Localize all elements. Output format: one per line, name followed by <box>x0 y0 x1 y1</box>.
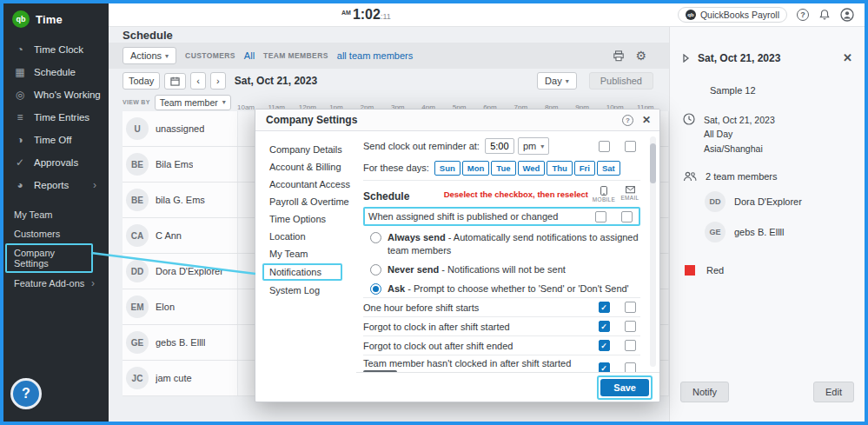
published-button[interactable]: Published <box>589 72 653 90</box>
avatar: U <box>126 117 149 140</box>
expand-panel-icon[interactable] <box>682 54 690 63</box>
notifications-bell-icon[interactable] <box>818 9 831 21</box>
modal-nav-item[interactable]: Location <box>266 229 356 244</box>
mobile-checkbox[interactable] <box>599 321 610 332</box>
sidebar-link[interactable]: Company Settings <box>5 243 93 273</box>
modal-nav-item[interactable]: Notifications <box>262 263 342 281</box>
topbar: AM 1:02 :11 qb QuickBooks Payroll ? <box>109 3 865 27</box>
member-name-cell[interactable]: CA C Ann <box>123 218 237 254</box>
email-checkbox[interactable] <box>621 211 633 222</box>
modal-nav-item[interactable]: Payroll & Overtime <box>266 194 356 209</box>
clock-icon <box>683 113 695 156</box>
sidebar-item[interactable]: ≡ Time Entries <box>3 106 109 129</box>
day-toggle-button[interactable]: Sat <box>597 161 620 176</box>
shift-time-info: Sat, Oct 21, 2023 All Day Asia/Shanghai <box>683 113 854 156</box>
setting-label: One hour before shift starts <box>363 302 479 313</box>
mobile-checkbox[interactable] <box>599 340 610 351</box>
time-off-icon: ◑ <box>14 134 26 146</box>
view-by-dropdown[interactable]: Team member ▾ <box>155 95 231 110</box>
member-name-cell[interactable]: GE gebs B. Ellll <box>123 325 237 361</box>
avatar: JC <box>126 367 149 389</box>
modal-title: Company Settings <box>266 114 622 126</box>
member-name-cell[interactable]: U unassigned <box>123 111 237 147</box>
sidebar-item[interactable]: ◎ Who's Working <box>3 83 109 106</box>
sidebar-item[interactable]: ◑ Time Off <box>3 129 109 151</box>
sidebar-link-label: Customers <box>14 229 60 239</box>
mobile-phone-icon <box>600 186 607 196</box>
sidebar: qb Time ◔ Time Clock ▦ Schedule ◎ Wh <box>3 3 109 422</box>
sidebar-item[interactable]: ◔ Time Clock <box>3 38 109 61</box>
avatar: BE <box>126 153 149 176</box>
modal-nav-item[interactable]: Company Details <box>266 142 356 157</box>
sidebar-item[interactable]: ◕ Reports › <box>3 174 109 196</box>
edit-button[interactable]: Edit <box>813 382 854 402</box>
day-toggle-button[interactable]: Mon <box>462 161 490 176</box>
modal-nav-item[interactable]: Account & Billing <box>266 159 356 175</box>
sidebar-link-label: My Team <box>14 209 52 220</box>
email-checkbox[interactable] <box>625 340 636 351</box>
mobile-checkbox[interactable] <box>599 302 610 313</box>
help-bubble-button[interactable]: ? <box>10 378 42 409</box>
member-name-cell[interactable]: BE Bila Ems <box>123 147 237 183</box>
print-icon[interactable] <box>613 50 625 62</box>
modal-nav-item[interactable]: System Log <box>266 282 356 298</box>
send-option-radio-row: Ask - Prompt to choose whether to 'Send'… <box>363 279 640 298</box>
mobile-checkbox[interactable] <box>599 141 610 152</box>
day-toggle-button[interactable]: Thu <box>547 161 572 176</box>
modal-nav-item[interactable]: My Team <box>266 246 356 262</box>
modal-close-icon[interactable]: ✕ <box>642 114 651 126</box>
settings-gear-icon[interactable]: ⚙ <box>635 49 646 63</box>
member-name-cell[interactable]: JC jam cute <box>123 361 237 396</box>
email-checkbox[interactable] <box>625 302 636 313</box>
mobile-checkbox[interactable] <box>595 211 606 222</box>
team-members-filter-link[interactable]: all team members <box>337 50 413 61</box>
today-button[interactable]: Today <box>123 72 160 90</box>
close-panel-icon[interactable]: ✕ <box>843 51 852 64</box>
team-members-label: TEAM MEMBERS <box>263 51 328 60</box>
scrollbar-thumb[interactable] <box>650 143 656 183</box>
sidebar-item[interactable]: ✓ Approvals <box>3 151 109 174</box>
email-checkbox[interactable] <box>625 362 636 372</box>
reminder-time-input[interactable] <box>485 138 514 154</box>
radio-button[interactable] <box>370 232 381 243</box>
notify-button[interactable]: Notify <box>680 382 729 402</box>
customers-filter-link[interactable]: All <box>244 50 255 61</box>
settings-scroll-area: Send clock out reminder at: pm ▾ For the… <box>356 131 659 372</box>
page-title: Schedule <box>109 27 669 43</box>
day-toggle-button[interactable]: Wed <box>518 161 546 176</box>
view-mode-dropdown[interactable]: Day ▾ <box>537 72 577 90</box>
sidebar-item[interactable]: ▦ Schedule <box>3 61 109 83</box>
sidebar-link[interactable]: Feature Add-ons › <box>3 273 109 294</box>
member-name-cell[interactable]: DD Dora D'Explorer <box>123 254 237 289</box>
radio-button[interactable] <box>370 283 381 295</box>
member-name-cell[interactable]: EM Elon <box>123 289 237 325</box>
email-checkbox[interactable] <box>625 321 636 332</box>
day-toggle-button[interactable]: Sun <box>434 161 461 176</box>
save-button[interactable]: Save <box>600 379 649 396</box>
help-icon[interactable]: ? <box>797 9 809 21</box>
sidebar-link[interactable]: Customers <box>3 224 109 243</box>
quickbooks-payroll-badge[interactable]: qb QuickBooks Payroll <box>678 7 787 23</box>
calendar-picker-icon[interactable] <box>164 73 186 90</box>
radio-button[interactable] <box>370 264 381 276</box>
email-checkbox[interactable] <box>625 141 636 152</box>
modal-help-icon[interactable]: ? <box>622 115 633 126</box>
view-by-value: Team member <box>160 97 218 108</box>
modal-nav-item[interactable]: Time Options <box>266 211 356 227</box>
mobile-checkbox[interactable] <box>599 362 610 372</box>
prev-day-button[interactable]: ‹ <box>190 72 206 90</box>
clock-display: AM 1:02 :11 <box>341 8 391 22</box>
actions-dropdown[interactable]: Actions ▾ <box>123 47 176 64</box>
day-toggle-button[interactable]: Fri <box>574 161 595 176</box>
view-mode-label: Day <box>545 76 562 86</box>
reminder-ampm-dropdown[interactable]: pm ▾ <box>518 137 549 155</box>
modal-nav-label: Company Details <box>269 144 342 155</box>
next-day-button[interactable]: › <box>210 72 226 90</box>
sidebar-link[interactable]: My Team <box>3 205 109 224</box>
modal-nav-label: Account & Billing <box>269 162 341 172</box>
member-name-cell[interactable]: BE bila G. Ems <box>123 183 237 218</box>
day-toggle-button[interactable]: Tue <box>491 161 515 176</box>
user-avatar-icon[interactable] <box>840 8 854 22</box>
row-checkboxes <box>593 340 640 351</box>
modal-nav-item[interactable]: Accountant Access <box>266 176 356 192</box>
